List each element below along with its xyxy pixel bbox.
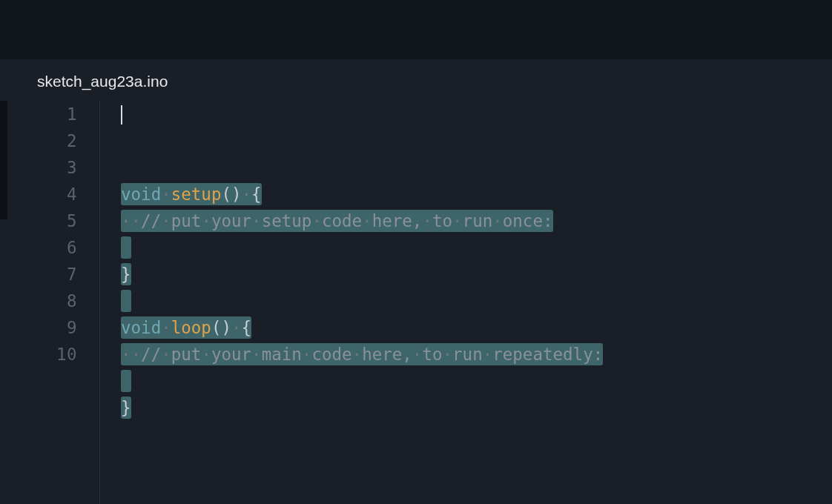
token-comment: once:	[503, 211, 553, 231]
token-comment: put	[171, 345, 202, 364]
code-line[interactable]: void·setup()·{	[121, 181, 832, 208]
selection: }	[121, 397, 131, 419]
token-ws: ·	[352, 345, 363, 364]
token-ws: ·	[362, 211, 372, 231]
token-sel-empty	[121, 238, 131, 257]
token-ws: ·	[251, 211, 262, 231]
code-line[interactable]	[121, 234, 832, 261]
code-line[interactable]: void·loop()·{	[121, 314, 832, 341]
token-comment: here,	[362, 345, 412, 364]
code-line[interactable]: ··//·put·your·main·code·here,·to·run·rep…	[121, 341, 832, 368]
token-ws: ·	[311, 211, 322, 231]
tab-active-file[interactable]: sketch_aug23a.ino	[21, 61, 184, 102]
selection: }	[121, 263, 131, 285]
line-number: 7	[21, 261, 77, 288]
line-number-gutter: 12345678910	[21, 101, 99, 504]
token-comment: to	[432, 211, 452, 231]
token-ws: ·	[443, 345, 453, 364]
token-sel-empty	[121, 371, 131, 391]
line-number: 3	[21, 154, 77, 181]
token-ws: ·	[201, 345, 211, 364]
line-number: 8	[21, 288, 77, 314]
token-comment: your	[211, 211, 251, 231]
line-number: 2	[21, 127, 77, 154]
token-func: loop	[171, 318, 211, 337]
token-ws: ·	[242, 185, 252, 204]
code-editor[interactable]: 12345678910 void·setup()·{··//·put·your·…	[21, 101, 832, 504]
token-sel-empty	[121, 291, 131, 311]
selection: void·setup()·{	[121, 183, 262, 205]
selection: ··//·put·your·main·code·here,·to·run·rep…	[121, 343, 603, 365]
token-ws: ·	[251, 345, 262, 364]
token-ws: ·	[201, 211, 211, 231]
code-line[interactable]: }	[121, 261, 832, 288]
token-brace: {	[242, 318, 252, 337]
token-comment: repeatedly:	[492, 345, 603, 364]
token-comment: put	[171, 211, 202, 231]
code-line[interactable]	[121, 288, 832, 314]
token-ws: ·	[452, 211, 463, 231]
token-ws: ·	[161, 345, 171, 364]
token-ws: ··	[121, 345, 141, 364]
text-cursor	[121, 105, 122, 125]
selection: ··//·put·your·setup·code·here,·to·run·on…	[121, 210, 553, 232]
line-number: 9	[21, 314, 77, 341]
token-comment: code	[311, 345, 351, 364]
token-comment: run	[452, 345, 483, 364]
token-brace: {	[251, 185, 262, 204]
selection	[121, 290, 131, 312]
token-ws: ·	[231, 318, 242, 337]
token-comment: //	[141, 211, 161, 231]
token-comment: to	[422, 345, 442, 364]
token-func: setup	[171, 185, 222, 204]
token-ws: ·	[161, 211, 171, 231]
token-ws: ·	[412, 345, 423, 364]
line-number: 6	[21, 234, 77, 261]
line-number: 4	[21, 181, 77, 208]
token-ws: ·	[492, 211, 503, 231]
tabs-row: sketch_aug23a.ino	[21, 59, 184, 101]
tab-label: sketch_aug23a.ino	[37, 73, 168, 90]
code-line[interactable]: }	[121, 394, 832, 421]
activity-bar-fragment	[0, 101, 7, 219]
token-comment: run	[463, 211, 493, 231]
code-area[interactable]: void·setup()·{··//·put·your·setup·code·h…	[99, 101, 832, 504]
token-comment: code	[322, 211, 362, 231]
code-line[interactable]	[121, 368, 832, 394]
token-ws: ·	[161, 185, 171, 204]
token-brace: }	[121, 398, 131, 417]
code-line[interactable]	[121, 421, 832, 448]
token-brace: }	[121, 265, 131, 284]
selection	[121, 236, 131, 259]
token-punct: ()	[211, 318, 231, 337]
token-punct: ()	[221, 185, 241, 204]
token-comment: main	[262, 345, 302, 364]
token-keyword: void	[121, 185, 161, 204]
editor-app: sketch_aug23a.ino 12345678910 void·setup…	[0, 0, 832, 504]
code-line[interactable]: ··//·put·your·setup·code·here,·to·run·on…	[121, 208, 832, 234]
token-keyword: void	[121, 318, 161, 337]
token-comment: your	[211, 345, 251, 364]
selection	[121, 370, 131, 392]
token-comment: setup	[262, 211, 312, 231]
token-ws: ·	[483, 345, 493, 364]
top-bar-spacer	[0, 0, 832, 59]
line-number: 5	[21, 208, 77, 234]
token-comment: here,	[372, 211, 423, 231]
token-ws: ·	[422, 211, 432, 231]
token-ws: ··	[121, 211, 141, 231]
token-comment: //	[141, 345, 161, 364]
selection: void·loop()·{	[121, 316, 251, 339]
line-number: 10	[21, 341, 77, 368]
token-ws: ·	[161, 318, 171, 337]
token-ws: ·	[302, 345, 312, 364]
line-number: 1	[21, 101, 77, 127]
